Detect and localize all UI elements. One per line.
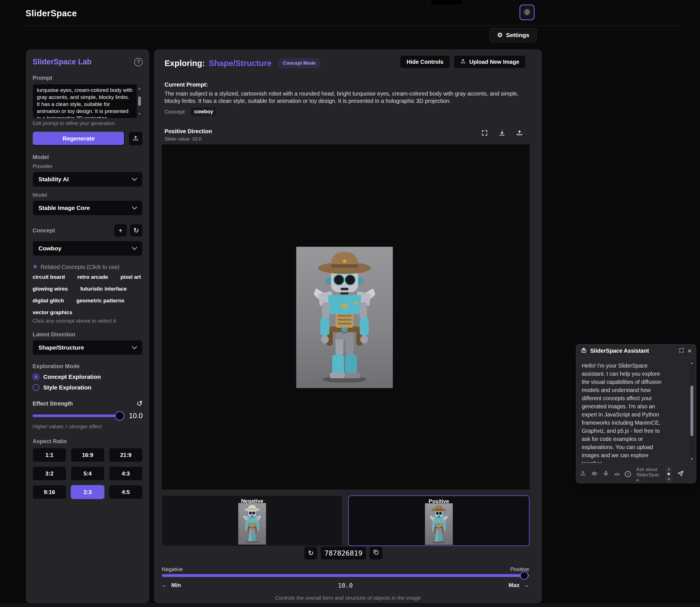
reset-icon[interactable]: ↺ — [136, 400, 143, 407]
effect-strength-slider[interactable] — [32, 415, 123, 417]
slider-caption: Controls the overall form and structure … — [154, 595, 541, 601]
scrollbar-thumb[interactable] — [691, 385, 693, 436]
help-icon[interactable]: ? — [134, 58, 143, 66]
step-up-icon[interactable]: ▲ — [668, 467, 670, 470]
prompt-scrollbar[interactable]: ▲ ▼ — [137, 84, 143, 118]
concept-chip[interactable]: glowing wires — [32, 286, 68, 292]
effect-strength-value: 10.0 — [129, 412, 143, 420]
expand-icon[interactable] — [679, 348, 684, 354]
upload-icon[interactable] — [580, 470, 586, 478]
sidebar-panel: SliderSpace Lab ? Prompt turquoise eyes,… — [26, 49, 149, 603]
model-select[interactable]: Stable Image Core — [32, 201, 143, 215]
step-down-icon[interactable]: ▼ — [668, 478, 670, 481]
model-label: Model — [32, 192, 143, 198]
prompt-label: Prompt — [32, 75, 143, 81]
related-hint: Click any concept above to select it — [32, 318, 143, 324]
aspect-5-4[interactable]: 5:4 — [71, 466, 105, 481]
provider-select[interactable]: Stability AI — [32, 172, 143, 187]
assistant-input[interactable] — [636, 467, 660, 481]
direction-subtitle: Slider value: 10.0 — [165, 136, 201, 142]
bottom-scrollbar-track[interactable] — [0, 603, 700, 607]
export-prompt-button[interactable] — [129, 131, 143, 146]
aspect-1-1[interactable]: 1:1 — [32, 448, 66, 462]
max-control[interactable]: Max→ — [508, 582, 529, 588]
radio-concept-exploration[interactable]: Concept Exploration — [32, 374, 143, 380]
concept-chip[interactable]: circuit board — [32, 274, 65, 280]
latent-direction-select[interactable]: Shape/Structure — [32, 340, 143, 355]
chevron-down-icon — [132, 346, 137, 349]
concept-chip[interactable]: futuristic interface — [80, 286, 127, 292]
radio-style-exploration[interactable]: Style Exploration — [32, 384, 143, 391]
scroll-up-icon[interactable]: ▲ — [691, 361, 694, 364]
generated-image[interactable]: ★ ★ ★ — [296, 247, 393, 388]
scroll-down-icon[interactable]: ▼ — [138, 110, 141, 118]
assistant-title: SliderSpace Assistant — [590, 348, 675, 354]
share-icon[interactable] — [516, 129, 523, 136]
seed-value[interactable]: 787826819 — [320, 546, 367, 560]
slider-value: 10.0 — [338, 582, 353, 589]
randomize-seed-button[interactable]: ↻ — [304, 546, 318, 560]
svg-text:★: ★ — [251, 506, 253, 509]
latent-direction-label: Latent Direction — [32, 331, 143, 338]
related-concepts-title: Related Concepts (Click to use) — [40, 264, 119, 270]
code-icon[interactable]: <> — [614, 471, 619, 477]
hide-controls-button[interactable]: Hide Controls — [400, 55, 450, 68]
related-concepts-list: circuit board retro arcade pixel art glo… — [32, 274, 143, 316]
concept-select[interactable]: Cowboy — [32, 241, 143, 256]
header-divider — [21, 25, 679, 26]
slider-thumb[interactable] — [115, 411, 124, 421]
aspect-16-9[interactable]: 16:9 — [71, 448, 105, 462]
download-icon[interactable] — [499, 129, 505, 136]
positive-card[interactable]: Positive ★ ★ ★ — [348, 496, 529, 546]
assistant-scrollbar[interactable]: ▲ ▼ — [689, 360, 694, 461]
prompt-textarea[interactable]: turquoise eyes, cream-colored body with … — [32, 84, 143, 118]
concept-chip[interactable]: geometric patterns — [76, 298, 124, 304]
slider-thumb[interactable] — [520, 571, 528, 580]
direction-slider[interactable] — [162, 574, 529, 577]
copy-seed-button[interactable] — [369, 546, 383, 560]
concept-value-chip: cowboy — [191, 107, 217, 116]
aspect-ratio-label: Aspect Ratio — [32, 438, 143, 444]
concept-chip[interactable]: vector graphics — [32, 309, 72, 316]
aspect-2-3-selected[interactable]: 2:3 — [71, 485, 105, 499]
concept-chip[interactable]: retro arcade — [77, 274, 108, 280]
positive-thumbnail[interactable]: ★ ★ ★ — [425, 503, 453, 545]
top-edge-artifact — [431, 0, 463, 4]
settings-button[interactable]: ⚙ Settings — [489, 28, 537, 42]
aspect-4-3[interactable]: 4:3 — [109, 466, 143, 481]
min-control[interactable]: ←Min — [162, 582, 181, 588]
fullscreen-icon[interactable] — [481, 129, 488, 136]
sparkle-icon: ✶ — [32, 263, 38, 271]
direction-title: Positive Direction — [165, 128, 212, 134]
info-icon[interactable]: i — [625, 471, 631, 477]
upload-new-image-button[interactable]: Upload New Image — [454, 55, 526, 68]
sun-icon — [523, 8, 531, 17]
scroll-down-icon[interactable]: ▼ — [691, 457, 694, 461]
aspect-3-2[interactable]: 3:2 — [32, 466, 66, 481]
upload-icon — [133, 135, 139, 142]
add-concept-button[interactable]: + — [114, 224, 127, 237]
send-icon[interactable] — [677, 470, 684, 478]
microphone-icon[interactable] — [603, 470, 609, 478]
current-prompt-label: Current Prompt: — [165, 82, 208, 88]
close-icon[interactable]: × — [688, 347, 692, 355]
concept-chip[interactable]: pixel art — [121, 274, 141, 280]
aspect-4-5[interactable]: 4:5 — [109, 485, 143, 499]
aspect-9-16[interactable]: 9:16 — [32, 485, 66, 499]
negative-thumbnail[interactable]: ★ ★ ★ — [238, 503, 266, 545]
concept-chip[interactable]: digital glitch — [32, 298, 64, 304]
scrollbar-thumb[interactable] — [138, 97, 141, 106]
effect-hint: Higher values = stronger effect — [32, 424, 143, 430]
svg-text:★: ★ — [341, 257, 348, 265]
aspect-21-9[interactable]: 21:9 — [109, 448, 143, 462]
refresh-concepts-button[interactable]: ↻ — [130, 224, 143, 237]
theme-toggle-button[interactable] — [520, 4, 534, 20]
negative-card[interactable]: Negative ★ ★ ★ — [162, 496, 343, 546]
refresh-icon: ↻ — [308, 549, 314, 557]
svg-text:★: ★ — [251, 519, 254, 522]
mute-speaker-icon[interactable] — [591, 470, 597, 478]
input-stepper[interactable]: ▲ ▼ — [666, 466, 672, 482]
regenerate-button[interactable]: Regenerate — [32, 131, 125, 146]
chevron-down-icon — [132, 247, 137, 250]
scroll-up-icon[interactable]: ▲ — [138, 85, 141, 92]
